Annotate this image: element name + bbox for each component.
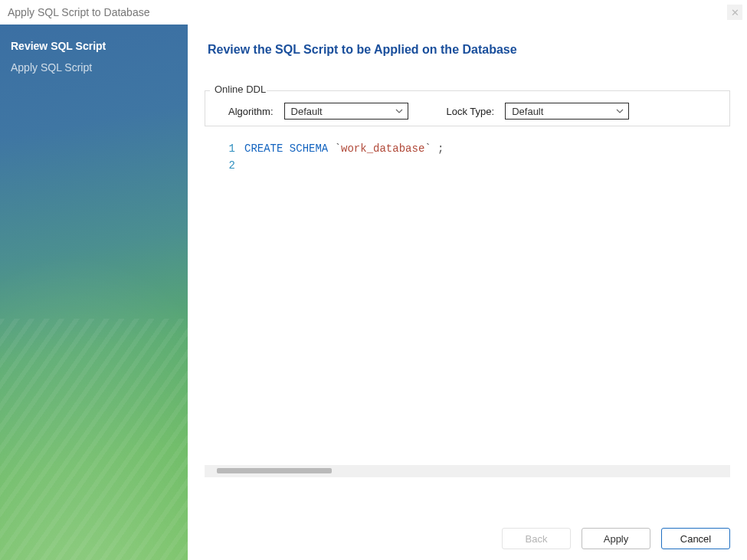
algorithm-select[interactable]: Default [284,103,408,120]
code-area[interactable]: CREATE SCHEMA `work_database` ; [241,136,730,462]
sql-keyword: CREATE [244,142,283,155]
main-panel: Review the SQL Script to be Applied on t… [188,25,747,560]
semicolon: ; [437,142,444,155]
chevron-down-icon [395,106,403,117]
lock-type-label: Lock Type: [447,106,495,117]
sql-identifier: work_database [341,142,424,155]
step-label: Apply SQL Script [11,61,92,74]
lock-type-select[interactable]: Default [505,103,629,120]
chevron-down-icon [616,106,624,117]
online-ddl-legend: Online DDL [211,84,269,95]
backtick: ` [424,142,431,155]
button-label: Apply [604,533,629,545]
line-number: 2 [205,157,235,174]
close-icon: ✕ [731,8,739,18]
apply-button[interactable]: Apply [582,528,650,549]
close-button[interactable]: ✕ [727,5,742,20]
scroll-thumb[interactable] [217,468,332,473]
sql-editor[interactable]: 1 2 CREATE SCHEMA `work_database` ; [205,136,730,462]
window-title: Apply SQL Script to Database [8,6,149,18]
back-button[interactable]: Back [502,528,571,549]
button-label: Cancel [680,533,711,545]
step-apply-sql[interactable]: Apply SQL Script [0,57,188,78]
step-review-sql[interactable]: Review SQL Script [0,35,188,57]
wizard-sidebar: Review SQL Script Apply SQL Script [0,25,188,560]
page-title: Review the SQL Script to be Applied on t… [203,43,732,57]
algorithm-label: Algorithm: [228,106,274,117]
footer-buttons: Back Apply Cancel [203,477,732,549]
line-number: 1 [205,140,235,157]
online-ddl-group: Online DDL Algorithm: Default Lock Type:… [205,90,730,126]
horizontal-scrollbar[interactable] [205,465,730,477]
cancel-button[interactable]: Cancel [661,528,730,549]
line-gutter: 1 2 [205,136,241,462]
button-label: Back [526,533,548,545]
step-label: Review SQL Script [11,40,106,52]
backtick: ` [335,142,341,155]
algorithm-value: Default [291,106,323,117]
titlebar: Apply SQL Script to Database ✕ [0,0,747,25]
sql-keyword: SCHEMA [290,142,328,155]
lock-type-value: Default [512,106,543,117]
